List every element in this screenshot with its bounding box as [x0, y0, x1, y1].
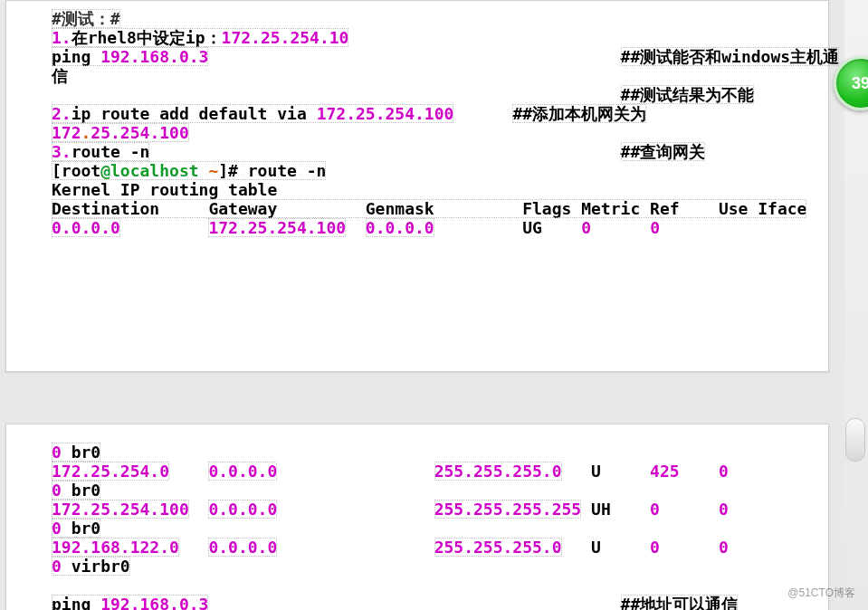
- step2-ip: 172.25.254.100: [317, 104, 454, 123]
- step2-num: 2.: [52, 104, 72, 123]
- tail4-zero: 0: [52, 557, 62, 576]
- table-header-row: Destination Gateway Genmask Flags Metric…: [52, 199, 806, 218]
- row2-ref: 0: [719, 500, 729, 519]
- result-comment: ##测试结果为不能: [621, 85, 755, 104]
- row0-gw: 172.25.254.100: [208, 218, 346, 237]
- step-1: 1.在rhel8中设定ip：172.25.254.10: [52, 28, 348, 47]
- row3-flags: U: [591, 538, 601, 557]
- row0-mask: 0.0.0.0: [366, 218, 434, 237]
- row1-dest: 172.25.254.0: [52, 462, 169, 481]
- step2-box: 2.ip route add default via 172.25.254.10…: [52, 104, 453, 123]
- ping1-cmd: ping: [52, 47, 100, 66]
- row3-mask: 255.255.255.0: [434, 538, 562, 557]
- kernel-line: Kernel IP routing table: [52, 180, 277, 199]
- step2-comment: ##添加本机网关为: [512, 104, 646, 123]
- prompt-at: @localhost: [100, 161, 208, 180]
- prompt-line: [root@localhost ~]# route -n: [52, 161, 326, 180]
- prompt-close: ]#: [218, 161, 248, 180]
- row2-dest: 172.25.254.100: [52, 500, 189, 519]
- row2-mask: 255.255.255.255: [434, 500, 582, 519]
- row2-gw: 0.0.0.0: [208, 500, 277, 519]
- step-1-num: 1.: [52, 28, 72, 47]
- tail2: 0 br0: [52, 481, 100, 500]
- step3-box: 3.route -n: [52, 142, 149, 161]
- tail1: 0 br0: [52, 443, 100, 462]
- ping2-box: ping 192.168.0.3: [52, 595, 208, 610]
- row0-ref: 0: [650, 218, 660, 237]
- ping2-cmd: ping: [52, 595, 100, 610]
- row3-gw: 0.0.0.0: [208, 538, 277, 557]
- row1-mask: 255.255.255.0: [434, 462, 562, 481]
- row0-dest: 0.0.0.0: [52, 218, 120, 237]
- comment-header: #测试：#: [52, 9, 120, 28]
- row0-flags: UG: [522, 218, 542, 237]
- tail1-zero: 0: [52, 443, 62, 462]
- prompt-tilde: ~: [208, 161, 218, 180]
- row1-gw: 0.0.0.0: [208, 462, 277, 481]
- tail2-zero: 0: [52, 481, 62, 500]
- step3-comment: ##查询网关: [621, 142, 706, 161]
- ping1-comment: ##测试能否和windows主机通: [621, 47, 840, 66]
- pd: .: [81, 123, 91, 142]
- row2-flags: UH: [591, 500, 611, 519]
- code-block-1: #测试：# 1.在rhel8中设定ip：172.25.254.10 ping 1…: [6, 9, 828, 237]
- row1-flags: U: [591, 462, 601, 481]
- step-1-text: 在rhel8中设定ip：: [72, 28, 222, 47]
- ping1-ip: 192.168.0.3: [100, 47, 208, 66]
- tail3-zero: 0: [52, 519, 62, 538]
- row3-metric: 0: [650, 538, 660, 557]
- row3-dest: 192.168.122.0: [52, 538, 179, 557]
- row2-metric: 0: [650, 500, 660, 519]
- scrollbar-thumb[interactable]: [845, 418, 865, 462]
- row1-ref: 0: [719, 462, 729, 481]
- ping2-comment: ##地址可以通信: [621, 595, 739, 610]
- step3-num: 3.: [52, 142, 72, 161]
- row1-metric: 425: [650, 462, 680, 481]
- row0-metric: 0: [581, 218, 591, 237]
- step2-echo-box: 172.25.254.100: [52, 123, 189, 142]
- step-1-ip: 172.25.254.10: [222, 28, 349, 47]
- prompt-open: [root: [52, 161, 100, 180]
- ping1-box: ping 192.168.0.3: [52, 47, 208, 66]
- tail4: 0 virbr0: [52, 557, 130, 576]
- step2-cmd: ip route add default via: [72, 104, 317, 123]
- watermark-text: @51CTO博客: [787, 584, 855, 603]
- n172: 172: [52, 123, 81, 142]
- code-block-2: 0 br0 172.25.254.0 0.0.0.0 255.255.255.0…: [6, 443, 828, 610]
- n25: 25.254.100: [91, 123, 188, 142]
- tail3: 0 br0: [52, 519, 100, 538]
- ping2-ip: 192.168.0.3: [100, 595, 208, 610]
- document-page-1: #测试：# 1.在rhel8中设定ip：172.25.254.10 ping 1…: [5, 0, 829, 372]
- row3-ref: 0: [719, 538, 729, 557]
- prompt-cmd: route -n: [248, 161, 327, 180]
- ping1-comment-b: 信: [52, 66, 68, 85]
- document-page-2: 0 br0 172.25.254.0 0.0.0.0 255.255.255.0…: [5, 424, 829, 610]
- step3-cmd: route -n: [72, 142, 150, 161]
